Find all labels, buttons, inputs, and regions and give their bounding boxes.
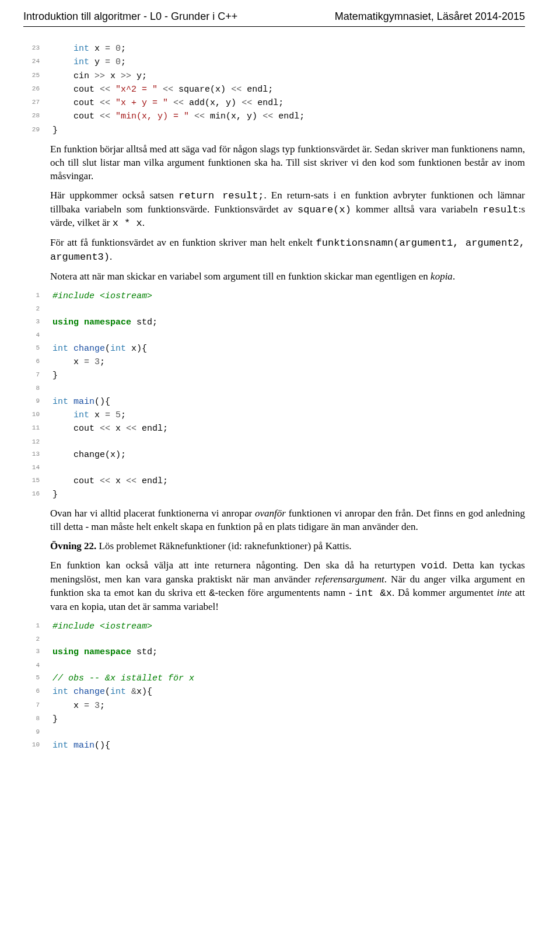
text: Här uppkommer också satsen — [50, 190, 178, 201]
line-number: 24 — [23, 55, 52, 69]
line-number: 12 — [23, 436, 52, 448]
text: . — [110, 251, 112, 262]
line-number: 1 — [23, 289, 52, 303]
line-number: 16 — [23, 488, 52, 501]
code-line: 2 — [23, 633, 525, 645]
code-line: 9int main(){ — [23, 395, 525, 409]
line-number: 7 — [23, 369, 52, 382]
line-number: 11 — [23, 422, 52, 435]
line-number: 10 — [23, 409, 52, 422]
code-line: 3using namespace std; — [23, 316, 525, 329]
text: -tecken före argumentents namn - — [215, 587, 356, 598]
code-text: cout << "x + y = " << add(x, y) << endl; — [52, 96, 525, 110]
code-text: int y = 0; — [52, 55, 525, 69]
code-line: 24 int y = 0; — [23, 55, 525, 69]
line-number: 4 — [23, 329, 52, 341]
code-text: int main(){ — [52, 395, 525, 409]
code-line: 6int change(int &x){ — [23, 685, 525, 699]
line-number: 15 — [23, 474, 52, 488]
inline-code: x * x — [113, 218, 142, 229]
italic-text: ovanför — [255, 508, 286, 519]
line-number: 25 — [23, 69, 52, 83]
code-text: int change(int x){ — [52, 342, 525, 355]
line-number: 26 — [23, 83, 52, 96]
paragraph-6: En funktion kan också välja att inte ret… — [50, 559, 525, 614]
code-text: int change(int &x){ — [52, 685, 525, 699]
text: Ovan har vi alltid placerat funktionerna… — [50, 508, 255, 519]
line-number: 6 — [23, 685, 52, 699]
code-text: #include <iostream> — [52, 289, 525, 303]
code-text: int x = 0; — [52, 42, 525, 55]
paragraph-1: En funktion börjar alltså med att säga v… — [50, 143, 525, 183]
header-left: Introduktion till algoritmer - L0 - Grun… — [23, 11, 237, 23]
code-text: x = 3; — [52, 699, 525, 713]
text: . — [142, 217, 145, 228]
line-number: 2 — [23, 303, 52, 315]
line-number: 9 — [23, 395, 52, 409]
inline-code: square(x) — [298, 204, 351, 215]
code-block-3: 1#include <iostream>23using namespace st… — [23, 620, 525, 752]
line-number: 29 — [23, 124, 52, 137]
code-text: cout << x << endl; — [52, 422, 525, 435]
code-text: } — [52, 369, 525, 382]
line-number: 4 — [23, 659, 52, 672]
code-line: 25 cin >> x >> y; — [23, 69, 525, 83]
code-line: 7} — [23, 369, 525, 382]
inline-code: result — [482, 204, 518, 215]
header-right: Matematikgymnasiet, Läsåret 2014-2015 — [335, 11, 525, 23]
line-number: 10 — [23, 739, 52, 752]
page-header: Introduktion till algoritmer - L0 - Grun… — [23, 0, 525, 27]
code-text: cout << "x^2 = " << square(x) << endl; — [52, 83, 525, 96]
code-line: 4 — [23, 329, 525, 341]
line-number: 14 — [23, 462, 52, 474]
line-number: 28 — [23, 110, 52, 123]
code-text: } — [52, 124, 525, 137]
code-block-1: 23 int x = 0;24 int y = 0;25 cin >> x >>… — [23, 42, 525, 137]
exercise-22: Övning 22. Lös problemet Räknefunktioner… — [50, 540, 525, 553]
code-line: 29} — [23, 124, 525, 137]
code-line: 5// obs -- &x istället för x — [23, 672, 525, 685]
code-line: 16} — [23, 488, 525, 501]
paragraph-3: För att få funktionsvärdet av en funktio… — [50, 236, 525, 264]
code-line: 10int main(){ — [23, 739, 525, 752]
code-text: int x = 5; — [52, 409, 525, 422]
code-line: 1#include <iostream> — [23, 620, 525, 633]
code-text — [52, 436, 525, 448]
paragraph-5: Ovan har vi alltid placerat funktionerna… — [50, 507, 525, 534]
code-line: 9 — [23, 726, 525, 738]
code-text — [52, 303, 525, 315]
line-number: 23 — [23, 42, 52, 55]
line-number: 5 — [23, 342, 52, 355]
inline-code: return result; — [178, 190, 264, 201]
code-text — [52, 462, 525, 474]
code-line: 11 cout << x << endl; — [23, 422, 525, 435]
code-line: 26 cout << "x^2 = " << square(x) << endl… — [23, 83, 525, 96]
code-text: } — [52, 713, 525, 726]
paragraph-2: Här uppkommer också satsen return result… — [50, 189, 525, 231]
code-text — [52, 633, 525, 645]
code-line: 7 x = 3; — [23, 699, 525, 713]
code-line: 23 int x = 0; — [23, 42, 525, 55]
code-line: 1#include <iostream> — [23, 289, 525, 303]
exercise-label: Övning 22. — [50, 540, 96, 551]
code-line: 14 — [23, 462, 525, 474]
code-text: change(x); — [52, 448, 525, 462]
line-number: 8 — [23, 713, 52, 726]
line-number: 1 — [23, 620, 52, 633]
code-line: 4 — [23, 659, 525, 672]
text: Notera att när man skickar en variabel s… — [50, 271, 430, 282]
page-container: Introduktion till algoritmer - L0 - Grun… — [0, 0, 560, 776]
line-number: 13 — [23, 448, 52, 462]
line-number: 8 — [23, 382, 52, 395]
code-line: 13 change(x); — [23, 448, 525, 462]
code-text: x = 3; — [52, 355, 525, 369]
code-text — [52, 382, 525, 395]
inline-code: void — [421, 560, 444, 571]
italic-text: kopia — [430, 271, 453, 282]
code-line: 2 — [23, 303, 525, 315]
line-number: 7 — [23, 699, 52, 713]
line-number: 9 — [23, 726, 52, 738]
code-line: 12 — [23, 436, 525, 448]
exercise-text: Lös problemet Räknefunktioner (id: rakne… — [96, 540, 351, 551]
code-line: 6 x = 3; — [23, 355, 525, 369]
